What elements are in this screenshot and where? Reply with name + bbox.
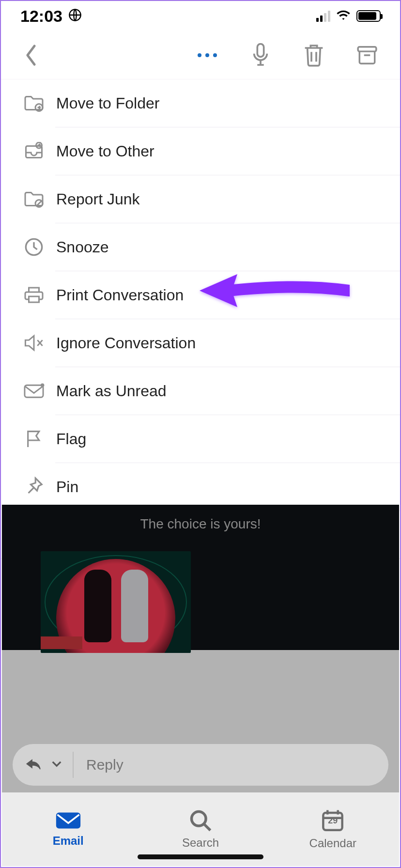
tab-label: Email [53,834,84,848]
menu-item-label: Print Conversation [51,286,400,304]
chevron-down-icon[interactable] [51,760,62,770]
voice-button[interactable] [247,42,274,69]
status-bar: 12:03 [1,1,400,31]
tab-label: Search [182,836,219,850]
tab-email[interactable]: Email [2,792,134,866]
svg-rect-2 [358,46,376,51]
trash-icon [303,43,324,67]
search-icon [189,809,212,832]
menu-item-mark-as-unread[interactable]: Mark as Unread [1,367,400,415]
menu-item-label: Mark as Unread [51,382,400,400]
menu-item-snooze[interactable]: Snooze [1,223,400,271]
menu-item-label: Flag [51,430,400,448]
reply-bar[interactable] [13,744,388,786]
svg-rect-7 [25,385,43,397]
back-button[interactable] [17,42,45,69]
action-menu: Move to Folder Move to Other Report Junk… [1,79,400,559]
menu-item-label: Move to Other [51,142,400,160]
cellular-signal-icon [316,10,330,22]
menu-item-label: Ignore Conversation [51,334,400,352]
folder-block-icon [16,190,51,208]
archive-icon [356,45,378,66]
clock-icon [16,237,51,257]
menu-item-move-to-other[interactable]: Move to Other [1,127,400,175]
inbox-move-icon [16,142,51,160]
app-toolbar [1,31,400,79]
menu-item-ignore-conversation[interactable]: Ignore Conversation [1,319,400,367]
menu-item-move-to-folder[interactable]: Move to Folder [1,79,400,127]
delete-button[interactable] [300,42,327,69]
globe-icon [68,7,82,26]
menu-item-label: Pin [51,478,400,496]
menu-item-pin[interactable]: Pin [1,463,400,511]
menu-item-label: Move to Folder [51,94,400,112]
printer-icon [16,285,51,305]
archive-button[interactable] [354,42,381,69]
ellipsis-icon [198,53,217,57]
menu-item-label: Report Junk [51,190,400,208]
svg-rect-9 [56,813,80,828]
menu-item-print-conversation[interactable]: Print Conversation [1,271,400,319]
svg-point-8 [41,383,45,387]
tab-calendar[interactable]: 29 Calendar [267,792,399,866]
reply-icon [25,757,42,773]
microphone-icon [251,43,270,67]
folder-move-icon [16,94,51,112]
menu-item-flag[interactable]: Flag [1,415,400,463]
reply-input[interactable] [86,757,376,773]
calendar-day: 29 [328,816,338,826]
wifi-icon [336,9,351,23]
mail-icon [56,811,81,830]
mute-icon [16,334,51,352]
flag-icon [16,429,51,449]
bottom-tabs: Email Search 29 Calendar [2,792,399,866]
menu-item-report-junk[interactable]: Report Junk [1,175,400,223]
separator [73,752,74,778]
menu-item-label: Snooze [51,238,400,256]
battery-icon [356,10,381,22]
home-indicator [138,854,263,859]
envelope-dot-icon [16,382,51,400]
tab-label: Calendar [309,837,356,850]
status-time: 12:03 [20,7,62,26]
pin-icon [16,477,51,497]
more-menu-button[interactable] [194,42,221,69]
svg-point-10 [192,812,206,826]
svg-rect-1 [257,44,263,57]
